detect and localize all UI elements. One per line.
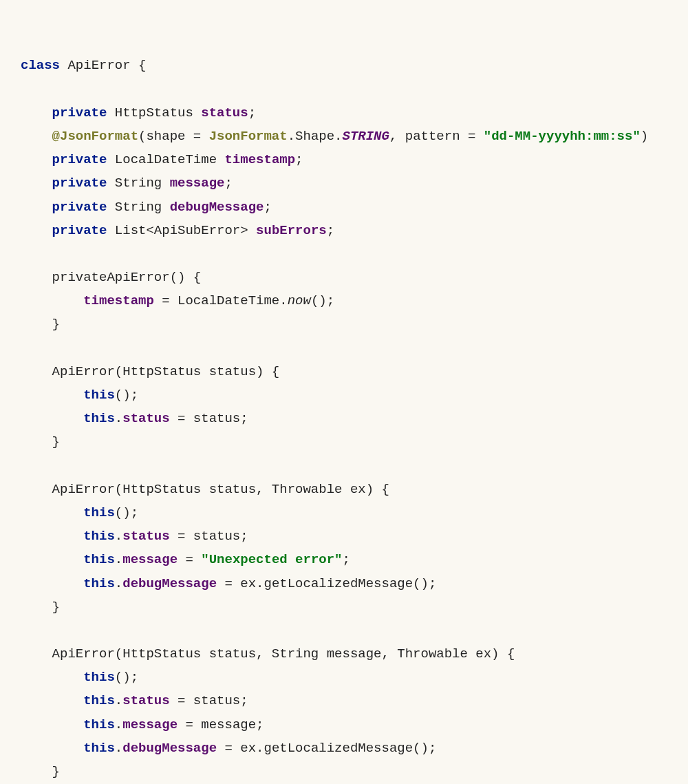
dot: . [115,717,122,732]
kw-this: this [83,693,115,708]
kw-this: this [83,505,115,520]
eq-exlocal: = ex.getLocalizedMessage(); [217,741,436,756]
annotation: @JsonFormat [52,129,138,144]
eq-status: = status; [170,529,248,544]
field-status: status [122,411,169,426]
jsonformat: JsonFormat [209,129,288,144]
kw-this: this [83,529,115,544]
eq: = [178,552,201,567]
kw-this: this [83,388,115,403]
kw-this: this [83,670,115,685]
now-call: now [288,293,311,308]
kw-class: class [21,58,60,73]
eq-status: = status; [170,411,248,426]
ctor-private: privateApiError() { [52,270,202,285]
field-debugmessage: debugMessage [170,200,264,215]
semi: ; [327,223,334,238]
type: String [107,176,169,191]
semi: ; [295,152,303,167]
kw-this: this [83,576,115,591]
cls-name [60,58,67,73]
kw-private: private [52,176,107,191]
dot: . [115,529,122,544]
type: List<ApiSubError> [107,223,256,238]
ctor-3: ApiError(HttpStatus status, String messa… [52,646,515,661]
dot: . [115,411,122,426]
close-brace: } [52,764,60,779]
str-unexpected: "Unexpected error" [201,552,342,567]
field-message: message [122,717,178,732]
dot: . [115,552,122,567]
field-status: status [122,529,169,544]
semi: ; [248,105,256,120]
field-message: message [122,552,178,567]
eq-exlocal: = ex.getLocalizedMessage(); [217,576,436,591]
semi: ; [343,552,350,567]
type: String [107,200,169,215]
assign: = LocalDateTime. [154,293,288,308]
kw-private: private [52,200,107,215]
close-brace: } [52,317,60,332]
dot: . [115,741,122,756]
type: HttpStatus [107,105,201,120]
cls-name: ApiError [67,58,130,73]
kw-private: private [52,223,107,238]
dot: .Shape. [288,129,343,144]
ctor-2: ApiError(HttpStatus status, Throwable ex… [52,482,389,497]
field-message: message [170,176,225,191]
call-end: (); [311,293,334,308]
field-timestamp: timestamp [224,152,295,167]
annot-args: (shape = [138,129,209,144]
kw-this: this [83,717,115,732]
kw-private: private [52,105,107,120]
field-suberrors: subErrors [256,223,327,238]
kw-this: this [83,552,115,567]
eq-status: = status; [170,693,248,708]
close-paren: ) [641,129,648,144]
field-status: status [201,105,248,120]
code-block: class ApiError { private HttpStatus stat… [21,54,667,784]
enum-string: STRING [343,129,389,144]
close-brace: } [52,600,60,615]
this-call: (); [115,505,138,520]
ctor-1: ApiError(HttpStatus status) { [52,364,280,379]
dot: . [115,576,122,591]
kw-this: this [83,741,115,756]
type: LocalDateTime [107,152,224,167]
field-debugmessage: debugMessage [122,741,217,756]
open-brace: { [131,58,147,73]
close-brace: } [52,434,60,449]
field-status: status [122,693,169,708]
semi: ; [224,176,232,191]
this-call: (); [115,388,138,403]
field-debugmessage: debugMessage [122,576,217,591]
semi: ; [264,200,271,215]
eq-message: = message; [178,717,264,732]
pattern-eq: , pattern = [389,129,484,144]
pattern-str: "dd-MM-yyyyhh:mm:ss" [484,129,641,144]
dot: . [115,693,122,708]
kw-private: private [52,152,107,167]
field-timestamp: timestamp [83,293,154,308]
kw-this: this [83,411,115,426]
this-call: (); [115,670,138,685]
